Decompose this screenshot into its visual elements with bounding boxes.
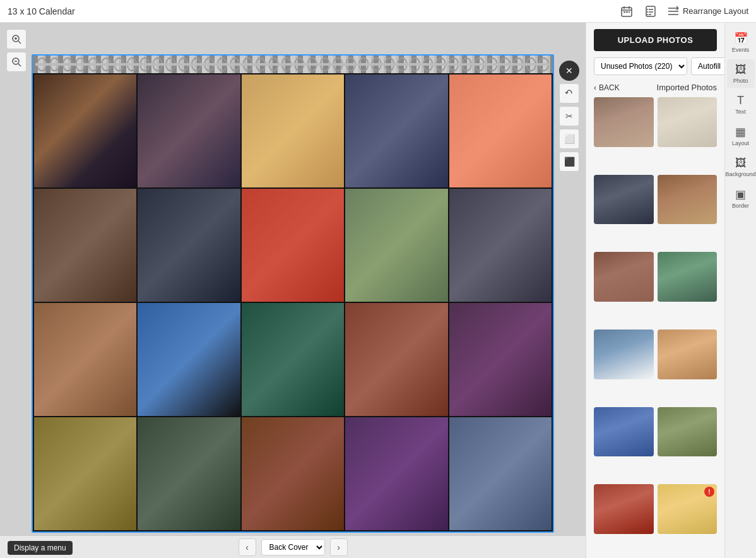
canvas-right-toolbar: ✕ ✂ ⬜ ⬛: [559, 61, 579, 172]
svg-rect-28: [35, 57, 550, 72]
zoom-in-button[interactable]: [6, 29, 27, 49]
menu-label: Display a menu: [8, 541, 73, 555]
side-icons-panel: 📅Events🖼PhotoTText▦Layout🖼Background▣Bor…: [724, 23, 756, 558]
photo-cell-2[interactable]: [138, 74, 240, 187]
back-chevron-icon: ‹: [594, 83, 596, 92]
border-label: Border: [732, 203, 749, 209]
photo-cell-11[interactable]: [34, 303, 136, 416]
photo-cell-19[interactable]: [345, 417, 447, 530]
top-bar-left: 13 x 10 Calendar: [8, 6, 75, 16]
events-label: Events: [732, 47, 750, 53]
calendar-icon[interactable]: [620, 4, 634, 18]
svg-point-13: [647, 14, 648, 15]
canvas-area: ✕ ✂ ⬜ ⬛: [0, 23, 586, 558]
panel-content: UPLOAD PHOTOS Unused Photos (220) All Ph…: [586, 23, 724, 558]
app-title: 13 x 10 Calendar: [8, 6, 75, 16]
thumbnail-1[interactable]: [594, 97, 654, 147]
svg-rect-4: [623, 11, 625, 13]
svg-rect-6: [629, 11, 630, 13]
photo-cell-15[interactable]: [449, 303, 552, 416]
scissors-button[interactable]: ✂: [559, 106, 579, 126]
photo-label: Photo: [733, 78, 748, 84]
events-icon: 📅: [734, 32, 748, 45]
spiral-binding: [33, 56, 553, 73]
undo-button[interactable]: [559, 83, 579, 104]
photos-filter-dropdown[interactable]: Unused Photos (220) All Photos: [594, 57, 687, 75]
thumbnail-7[interactable]: [594, 329, 654, 379]
zoom-out-button[interactable]: [6, 52, 27, 72]
svg-point-11: [647, 9, 648, 10]
photo-cell-17[interactable]: [138, 417, 240, 530]
paste-button[interactable]: ⬛: [559, 151, 579, 172]
back-button[interactable]: ‹ BACK: [594, 83, 620, 92]
top-bar: 13 x 10 Calendar: [0, 0, 756, 23]
thumbnails-grid: !: [586, 97, 724, 558]
autofill-button[interactable]: Autofill: [691, 57, 724, 75]
thumbnail-2[interactable]: [658, 97, 718, 147]
calendar-page: [32, 54, 554, 533]
thumbnail-4[interactable]: [658, 175, 718, 225]
bottom-navigation: Display a menu ‹ Back Cover January Febr…: [0, 535, 586, 558]
thumbnail-3[interactable]: [594, 175, 654, 225]
page-selector[interactable]: Back Cover January February: [261, 539, 325, 555]
rearrange-layout-button[interactable]: Rearrange Layout: [668, 6, 748, 17]
thumbnail-9[interactable]: [594, 407, 654, 457]
photo-grid: [33, 73, 553, 531]
canvas-toolbar: [6, 29, 27, 72]
sidebar-item-background[interactable]: 🖼Background: [727, 153, 755, 181]
thumbnail-10[interactable]: [658, 407, 718, 457]
copy-button[interactable]: ⬜: [559, 129, 579, 149]
svg-line-25: [18, 64, 21, 66]
checklist-icon[interactable]: [644, 4, 658, 18]
top-bar-right: Rearrange Layout: [620, 4, 748, 18]
photo-cell-3[interactable]: [242, 74, 344, 187]
panel-header: ‹ BACK Imported Photos: [586, 80, 724, 97]
sidebar-item-events[interactable]: 📅Events: [727, 28, 755, 57]
photo-cell-1[interactable]: [34, 74, 136, 187]
thumbnail-6[interactable]: [658, 252, 718, 302]
photo-cell-4[interactable]: [345, 74, 447, 187]
upload-photos-button[interactable]: UPLOAD PHOTOS: [594, 29, 717, 51]
thumbnail-12[interactable]: !: [658, 484, 718, 534]
photo-cell-13[interactable]: [242, 303, 344, 416]
photo-icon: 🖼: [735, 63, 747, 76]
layout-label: Layout: [732, 140, 749, 146]
background-icon: 🖼: [735, 157, 747, 170]
sidebar-item-photo[interactable]: 🖼Photo: [727, 59, 755, 88]
svg-point-12: [647, 11, 648, 13]
photo-cell-9[interactable]: [345, 189, 447, 302]
photo-cell-5[interactable]: [449, 74, 552, 187]
layout-icon: ▦: [735, 125, 746, 139]
prev-page-button[interactable]: ‹: [239, 538, 256, 556]
rearrange-label: Rearrange Layout: [683, 6, 748, 16]
photo-cell-12[interactable]: [138, 303, 240, 416]
photo-cell-20[interactable]: [449, 417, 552, 530]
background-label: Background: [725, 171, 755, 177]
main-content: ✕ ✂ ⬜ ⬛: [0, 23, 756, 558]
thumbnail-5[interactable]: [594, 252, 654, 302]
photo-cell-8[interactable]: [242, 189, 344, 302]
photo-cell-6[interactable]: [34, 189, 136, 302]
photo-cell-16[interactable]: [34, 417, 136, 530]
panel-controls: Unused Photos (220) All Photos Autofill: [586, 57, 724, 80]
thumbnail-8[interactable]: [658, 329, 718, 379]
photo-cell-10[interactable]: [449, 189, 552, 302]
text-icon: T: [737, 94, 744, 107]
photo-cell-14[interactable]: [345, 303, 447, 416]
photo-cell-7[interactable]: [138, 189, 240, 302]
back-label: BACK: [599, 83, 620, 92]
close-button[interactable]: ✕: [559, 61, 579, 81]
border-icon: ▣: [735, 187, 746, 201]
thumbnail-11[interactable]: [594, 484, 654, 534]
photo-cell-18[interactable]: [242, 417, 344, 530]
section-title: Imported Photos: [657, 83, 717, 92]
sidebar-item-layout[interactable]: ▦Layout: [727, 121, 755, 150]
svg-rect-5: [626, 11, 628, 13]
next-page-button[interactable]: ›: [330, 538, 348, 556]
error-badge: !: [704, 487, 714, 497]
sidebar-item-border[interactable]: ▣Border: [727, 184, 755, 213]
menu-display-button[interactable]: Display a menu: [8, 542, 73, 553]
sidebar-item-text[interactable]: TText: [727, 90, 755, 119]
text-label: Text: [735, 109, 746, 115]
right-panel: UPLOAD PHOTOS Unused Photos (220) All Ph…: [586, 23, 756, 558]
